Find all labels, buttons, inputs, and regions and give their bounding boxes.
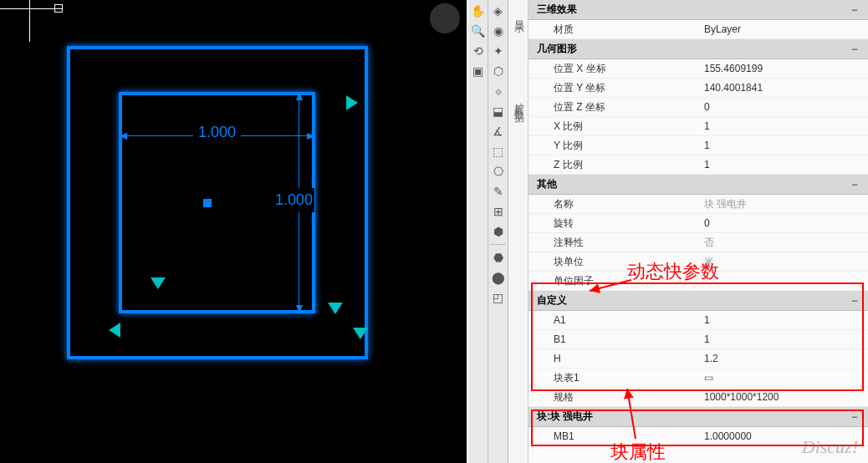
prop-scale-y[interactable]: Y 比例 1 xyxy=(528,136,868,155)
prop-scale-x[interactable]: X 比例 1 xyxy=(528,117,868,136)
tab-display[interactable]: 显示 xyxy=(508,0,529,32)
navigation-wheel[interactable] xyxy=(430,3,460,33)
watermark: Discuz! xyxy=(802,436,858,458)
section-geometry-title: 几何图形 xyxy=(537,42,577,56)
view-icon[interactable]: ▣ xyxy=(469,62,488,80)
tool-14-icon[interactable]: ⬤ xyxy=(489,268,508,287)
dimension-vertical[interactable]: 1.000 xyxy=(288,92,314,313)
grip-arrow-down-2[interactable] xyxy=(328,303,343,314)
properties-panel: 三维效果 − 材质 ByLayer 几何图形 − 位置 X 坐标 155.460… xyxy=(528,0,868,463)
toolbar-tools: ◈ ◉ ✦ ⬡ ⟐ ⬓ ∡ ⬚ ⎔ ✎ ⊞ ⬢ ⬣ ⬤ ◰ xyxy=(488,0,508,463)
prop-material-label: 材质 xyxy=(554,22,704,37)
tool-11-icon[interactable]: ⊞ xyxy=(489,202,508,221)
prop-material[interactable]: 材质 ByLayer xyxy=(528,20,868,39)
prop-scale-z[interactable]: Z 比例 1 xyxy=(528,155,868,175)
tool-1-icon[interactable]: ◈ xyxy=(489,2,508,20)
tool-3-icon[interactable]: ✦ xyxy=(489,42,508,60)
section-3d-effect-title: 三维效果 xyxy=(537,3,577,17)
tool-8-icon[interactable]: ⬚ xyxy=(489,142,508,160)
grip-center[interactable] xyxy=(203,199,212,207)
section-block[interactable]: 块:块 强电井 − xyxy=(528,407,868,427)
prop-h[interactable]: H 1.2 xyxy=(528,349,868,369)
section-3d-effect[interactable]: 三维效果 − xyxy=(528,0,868,20)
prop-b1[interactable]: B1 1 xyxy=(528,330,868,349)
drawing-canvas[interactable]: 1.000 1.000 xyxy=(0,0,467,463)
section-custom[interactable]: 自定义 − xyxy=(528,291,868,311)
collapse-icon[interactable]: − xyxy=(850,179,860,191)
section-other-title: 其他 xyxy=(537,177,557,191)
collapse-icon[interactable]: − xyxy=(850,295,860,307)
zoom-icon[interactable]: 🔍 xyxy=(469,22,488,40)
tool-7-icon[interactable]: ∡ xyxy=(489,122,508,140)
tool-15-icon[interactable]: ◰ xyxy=(489,288,508,307)
section-geometry[interactable]: 几何图形 − xyxy=(528,39,868,59)
tool-12-icon[interactable]: ⬢ xyxy=(489,222,508,241)
collapse-icon[interactable]: − xyxy=(850,43,860,55)
prop-spec[interactable]: 规格 1000*1000*1200 xyxy=(528,388,868,407)
grip-arrow-down-1[interactable] xyxy=(151,277,166,289)
tool-13-icon[interactable]: ⬣ xyxy=(489,248,508,267)
tool-2-icon[interactable]: ◉ xyxy=(489,22,508,40)
grip-arrow-right[interactable] xyxy=(346,95,358,110)
prop-rotation[interactable]: 旋转 0 xyxy=(528,214,868,233)
section-custom-title: 自定义 xyxy=(537,293,567,308)
section-block-title: 块:块 强电井 xyxy=(537,410,593,424)
vertical-tab-strip: 显示 扩展数据 xyxy=(508,0,528,463)
section-other[interactable]: 其他 − xyxy=(528,175,868,195)
prop-a1[interactable]: A1 1 xyxy=(528,311,868,330)
prop-block-unit[interactable]: 块单位 米 xyxy=(528,252,868,272)
tool-9-icon[interactable]: ⎔ xyxy=(489,162,508,181)
prop-pos-x[interactable]: 位置 X 坐标 155.4609199 xyxy=(528,59,868,79)
dimension-horizontal[interactable]: 1.000 xyxy=(119,125,315,143)
prop-pos-z[interactable]: 位置 Z 坐标 0 xyxy=(528,98,868,117)
prop-material-value: ByLayer xyxy=(704,22,868,37)
grip-arrow-left[interactable] xyxy=(109,323,120,338)
tab-extended-data[interactable]: 扩展数据 xyxy=(508,82,529,120)
toolbar-navigation: ✋ 🔍 ⟲ ▣ xyxy=(468,0,488,463)
prop-unit-factor[interactable]: 单位因子 xyxy=(528,272,868,291)
prop-pos-y[interactable]: 位置 Y 坐标 140.4001841 xyxy=(528,79,868,98)
dimension-v-value: 1.000 xyxy=(273,188,314,212)
tool-4-icon[interactable]: ⬡ xyxy=(489,62,508,80)
orbit-icon[interactable]: ⟲ xyxy=(469,42,488,60)
collapse-icon[interactable]: − xyxy=(850,411,860,423)
grip-arrow-down-3[interactable] xyxy=(353,328,368,339)
tool-5-icon[interactable]: ⟐ xyxy=(489,82,508,100)
pan-icon[interactable]: ✋ xyxy=(469,2,488,20)
tool-10-icon[interactable]: ✎ xyxy=(489,182,508,201)
dimension-h-value: 1.000 xyxy=(193,124,241,141)
prop-name[interactable]: 名称 块 强电井 xyxy=(528,195,868,214)
tool-6-icon[interactable]: ⬓ xyxy=(489,102,508,120)
prop-table1[interactable]: 块表1 ▭ xyxy=(528,369,868,388)
collapse-icon[interactable]: − xyxy=(850,4,860,16)
prop-annotative[interactable]: 注释性 否 xyxy=(528,233,868,252)
